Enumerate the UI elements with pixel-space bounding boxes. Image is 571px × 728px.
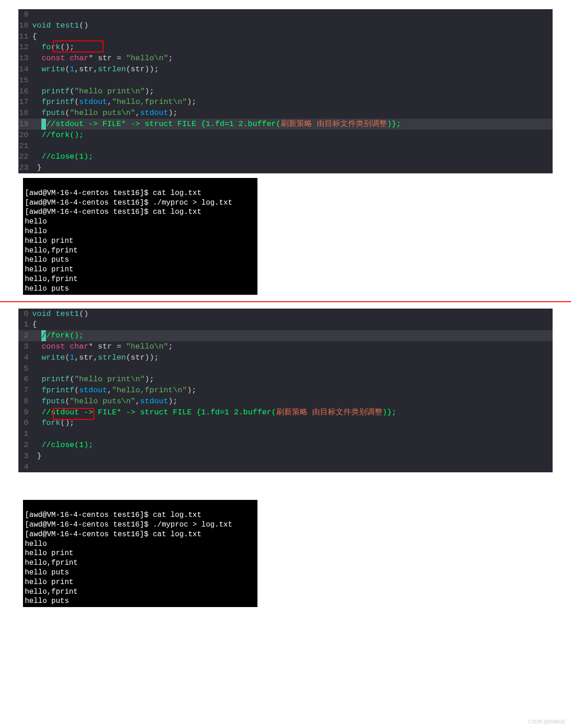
line-number: 2 (18, 330, 32, 341)
line-number: 10 (18, 20, 32, 31)
line-number: 4 (18, 352, 32, 363)
code-line[interactable]: 10void test1() (18, 20, 553, 31)
code-line[interactable]: 2 //close(1); (18, 440, 553, 451)
code-line[interactable]: 8 fputs("hello puts\n",stdout); (18, 396, 553, 407)
code-line[interactable]: 7 fprintf(stdout,"hello,fprint\n"); (18, 385, 553, 396)
code-line[interactable]: 1 (18, 429, 553, 440)
code-content: const char* str = "hello\n"; (32, 53, 553, 64)
line-number: 3 (18, 341, 32, 352)
line-number: 11 (18, 31, 32, 42)
terminal-line: hello,fprint (23, 558, 257, 568)
code-content (32, 9, 553, 20)
code-content: write(1,str,strlen(str)); (32, 64, 553, 75)
terminal-line: hello (23, 539, 257, 549)
code-line[interactable]: 4 write(1,str,strlen(str)); (18, 352, 553, 363)
line-number: 9 (18, 9, 32, 20)
line-number: 23 (18, 162, 32, 173)
terminal-line: hello,fprint (23, 246, 257, 256)
code-content: //stdout -> FILE* -> struct FILE {1.fd=1… (32, 407, 553, 418)
code-line[interactable]: 21 (18, 141, 553, 152)
code-content: //fork(); (32, 330, 553, 341)
code-content: const char* str = "hello\n"; (32, 341, 553, 352)
code-line[interactable]: 9 //stdout -> FILE* -> struct FILE {1.fd… (18, 407, 553, 418)
terminal-line: hello print (23, 236, 257, 246)
code-line[interactable]: 0 fork(); (18, 418, 553, 429)
terminal-output-1: [awd@VM-16-4-centos test16]$ cat log.txt… (23, 178, 257, 295)
code-line[interactable]: 17 fprintf(stdout,"hello,fprint\n"); (18, 97, 553, 108)
code-line[interactable]: 19 //stdout -> FILE* -> struct FILE {1.f… (18, 119, 553, 130)
line-number: 16 (18, 86, 32, 97)
line-number: 8 (18, 396, 32, 407)
terminal-output-2: [awd@VM-16-4-centos test16]$ cat log.txt… (23, 500, 257, 607)
code-line[interactable]: 0void test1() (18, 309, 553, 320)
line-number: 0 (18, 418, 32, 429)
line-number: 9 (18, 407, 32, 418)
code-content: //close(1); (32, 151, 553, 162)
code-line[interactable]: 6 printf("hello print\n"); (18, 374, 553, 385)
terminal-line: hello (23, 217, 257, 227)
code-content: } (32, 162, 553, 173)
code-content: fputs("hello puts\n",stdout); (32, 396, 553, 407)
terminal-line: hello,fprint (23, 587, 257, 597)
terminal-line: hello puts (23, 255, 257, 265)
code-content: { (32, 319, 553, 330)
line-number: 15 (18, 75, 32, 86)
line-number: 6 (18, 374, 32, 385)
terminal-line: hello puts (23, 284, 257, 294)
code-line[interactable]: 14 write(1,str,strlen(str)); (18, 64, 553, 75)
code-content: void test1() (32, 20, 553, 31)
line-number: 14 (18, 64, 32, 75)
code-content: fprintf(stdout,"hello,fprint\n"); (32, 385, 553, 396)
code-line[interactable]: 3 const char* str = "hello\n"; (18, 341, 553, 352)
cursor: / (41, 330, 46, 341)
code-line[interactable]: 20 //fork(); (18, 130, 553, 141)
line-number: 13 (18, 53, 32, 64)
line-number: 22 (18, 151, 32, 162)
terminal-line: [awd@VM-16-4-centos test16]$ ./myproc > … (23, 198, 257, 208)
code-line[interactable]: 4 (18, 462, 553, 473)
terminal-line: hello puts (23, 596, 257, 606)
line-number: 1 (18, 319, 32, 330)
code-content: //fork(); (32, 130, 553, 141)
cursor (41, 119, 46, 130)
line-number: 2 (18, 440, 32, 451)
code-editor-2[interactable]: 0void test1()1{2 //fork();3 const char* … (18, 309, 553, 473)
code-line[interactable]: 13 const char* str = "hello\n"; (18, 53, 553, 64)
code-line[interactable]: 11{ (18, 31, 553, 42)
code-line[interactable]: 9 (18, 9, 553, 20)
terminal-line: hello print (23, 578, 257, 587)
code-content: //close(1); (32, 440, 553, 451)
line-number: 17 (18, 97, 32, 108)
terminal-line: [awd@VM-16-4-centos test16]$ ./myproc > … (23, 520, 257, 530)
code-line[interactable]: 22 //close(1); (18, 151, 553, 162)
code-line[interactable]: 16 printf("hello print\n"); (18, 86, 553, 97)
code-content: printf("hello print\n"); (32, 86, 553, 97)
terminal-line: [awd@VM-16-4-centos test16]$ cat log.txt (23, 207, 257, 217)
code-line[interactable]: 23 } (18, 162, 553, 173)
line-number: 4 (18, 462, 32, 473)
code-content: write(1,str,strlen(str)); (32, 352, 553, 363)
code-content: void test1() (32, 309, 553, 320)
code-line[interactable]: 15 (18, 75, 553, 86)
line-number: 3 (18, 451, 32, 462)
code-content: { (32, 31, 553, 42)
code-content: fprintf(stdout,"hello,fprint\n"); (32, 97, 553, 108)
line-number: 18 (18, 108, 32, 119)
code-line[interactable]: 3 } (18, 451, 553, 462)
code-line[interactable]: 1{ (18, 319, 553, 330)
line-number: 1 (18, 429, 32, 440)
line-number: 5 (18, 363, 32, 374)
code-editor-1[interactable]: 910void test1()11{12 fork();13 const cha… (18, 9, 553, 173)
code-content: //stdout -> FILE* -> struct FILE {1.fd=1… (32, 119, 553, 130)
line-number: 7 (18, 385, 32, 396)
line-number: 19 (18, 119, 32, 130)
code-content: } (32, 451, 553, 462)
code-content: printf("hello print\n"); (32, 374, 553, 385)
terminal-line: [awd@VM-16-4-centos test16]$ cat log.txt (23, 189, 257, 198)
code-line[interactable]: 18 fputs("hello puts\n",stdout); (18, 108, 553, 119)
code-line[interactable]: 5 (18, 363, 553, 374)
code-line[interactable]: 12 fork(); (18, 42, 553, 53)
line-number: 21 (18, 141, 32, 152)
code-line[interactable]: 2 //fork(); (18, 330, 553, 341)
watermark: CSDN @fixMGE (528, 719, 565, 724)
